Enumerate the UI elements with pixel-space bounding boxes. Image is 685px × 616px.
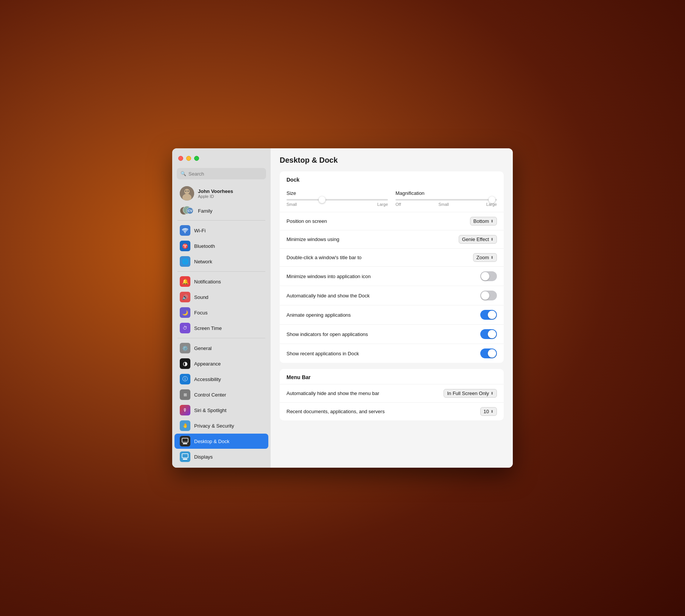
user-profile[interactable]: John Voorhees Apple ID — [174, 184, 268, 203]
show-recent-apps-toggle[interactable] — [480, 348, 497, 358]
size-slider-thumb[interactable] — [319, 196, 325, 203]
svg-rect-7 — [182, 454, 188, 458]
minimize-into-icon-label: Minimize windows into application icon — [286, 274, 371, 279]
user-subtitle: Apple ID — [198, 194, 233, 199]
menubar-section: Menu Bar Automatically hide and show the… — [280, 369, 504, 420]
auto-hide-menubar-dropdown[interactable]: In Full Screen Only ⬍ — [444, 389, 497, 398]
sidebar-item-privacy-security[interactable]: 🤚 Privacy & Security — [174, 418, 268, 433]
sidebar-item-family[interactable]: CV Family — [174, 204, 268, 218]
slider-section: Size Small Large Magnification — [280, 187, 504, 212]
size-slider-track[interactable] — [286, 199, 388, 201]
search-icon: 🔍 — [181, 171, 186, 176]
notifications-icon: 🔔 — [180, 276, 190, 287]
siri-spotlight-icon: 🎙 — [180, 405, 190, 415]
svg-point-3 — [185, 191, 187, 192]
recent-docs-value: 10 — [484, 409, 489, 414]
focus-icon: 🌙 — [180, 307, 190, 318]
sidebar-item-label-siri-spotlight: Siri & Spotlight — [194, 408, 226, 413]
accessibility-icon: ⓘ — [180, 374, 190, 384]
magnification-slider-group: Magnification Off Small Large — [395, 190, 497, 207]
sidebar-item-label-sound: Sound — [194, 294, 209, 300]
search-bar[interactable]: 🔍 — [177, 168, 266, 179]
svg-rect-5 — [182, 438, 188, 442]
sidebar-item-appearance[interactable]: ◑ Appearance — [174, 356, 268, 371]
minimize-windows-value: Genie Effect — [462, 236, 489, 242]
svg-rect-8 — [183, 459, 187, 460]
sidebar-item-label-bluetooth: Bluetooth — [194, 243, 215, 249]
sidebar-item-displays[interactable]: Displays — [174, 449, 268, 464]
close-button[interactable] — [178, 156, 183, 161]
sidebar-item-accessibility[interactable]: ⓘ Accessibility — [174, 372, 268, 387]
sidebar-item-label-control-center: Control Center — [194, 392, 226, 398]
magnification-slider-track[interactable] — [395, 199, 497, 201]
magnification-slider-thumb[interactable] — [489, 196, 495, 203]
show-indicators-toggle[interactable] — [480, 329, 497, 339]
auto-hide-menubar-chevron-icon: ⬍ — [490, 391, 494, 395]
sidebar-item-label-accessibility: Accessibility — [194, 376, 221, 382]
minimize-windows-dropdown[interactable]: Genie Effect ⬍ — [459, 235, 497, 244]
maximize-button[interactable] — [194, 156, 199, 161]
size-small-label: Small — [286, 202, 297, 207]
minimize-windows-row: Minimize windows using Genie Effect ⬍ — [280, 230, 504, 248]
magnification-slider-labels: Off Small Large — [395, 202, 497, 207]
animate-opening-row: Animate opening applications — [280, 305, 504, 324]
show-indicators-label: Show indicators for open applications — [286, 331, 368, 337]
auto-hide-menubar-control: In Full Screen Only ⬍ — [444, 389, 497, 398]
wifi-icon — [180, 225, 190, 236]
auto-hide-dock-toggle[interactable] — [480, 291, 497, 300]
double-click-label: Double-click a window's title bar to — [286, 255, 361, 260]
size-slider-labels: Small Large — [286, 202, 388, 207]
minimize-button[interactable] — [186, 156, 191, 161]
auto-hide-dock-label: Automatically hide and show the Dock — [286, 293, 370, 299]
double-click-chevron-icon: ⬍ — [490, 255, 494, 260]
sidebar-item-siri-spotlight[interactable]: 🎙 Siri & Spotlight — [174, 403, 268, 418]
sidebar-item-label-privacy-security: Privacy & Security — [194, 423, 234, 429]
sidebar-item-desktop-dock[interactable]: Desktop & Dock — [174, 434, 268, 449]
sidebar-item-notifications[interactable]: 🔔 Notifications — [174, 274, 268, 289]
recent-docs-stepper[interactable]: 10 ⬍ — [480, 407, 497, 416]
sidebar-item-focus[interactable]: 🌙 Focus — [174, 305, 268, 320]
position-on-screen-dropdown[interactable]: Bottom ⬍ — [470, 217, 497, 226]
sidebar-content: John Voorhees Apple ID CV Family — [172, 184, 271, 468]
animate-opening-label: Animate opening applications — [286, 312, 351, 318]
mag-off-label: Off — [395, 202, 401, 207]
double-click-control: Zoom ⬍ — [473, 253, 497, 262]
family-avatars: CV — [180, 206, 194, 216]
minimize-into-icon-toggle[interactable] — [480, 271, 497, 281]
double-click-row: Double-click a window's title bar to Zoo… — [280, 248, 504, 266]
search-input[interactable] — [188, 171, 262, 177]
sidebar: 🔍 — [172, 148, 271, 468]
avatar — [180, 186, 194, 201]
main-content: Desktop & Dock Dock Size Small Large — [271, 148, 513, 468]
sidebar-item-general[interactable]: ⚙️ General — [174, 341, 268, 356]
size-label: Size — [286, 190, 388, 196]
recent-docs-row: Recent documents, applications, and serv… — [280, 402, 504, 420]
sidebar-item-sound[interactable]: 🔊 Sound — [174, 289, 268, 305]
auto-hide-dock-row: Automatically hide and show the Dock — [280, 286, 504, 305]
mag-small-label: Small — [438, 202, 449, 207]
auto-hide-dock-knob — [481, 291, 489, 300]
show-recent-apps-row: Show recent applications in Dock — [280, 344, 504, 363]
show-recent-apps-label: Show recent applications in Dock — [286, 351, 359, 356]
sound-icon: 🔊 — [180, 292, 190, 302]
double-click-dropdown[interactable]: Zoom ⬍ — [473, 253, 497, 262]
show-indicators-knob — [488, 330, 496, 338]
sidebar-item-label-appearance: Appearance — [194, 361, 221, 367]
sidebar-item-label-general: General — [194, 345, 212, 351]
settings-window: 🔍 — [172, 148, 513, 468]
sidebar-item-screen-time[interactable]: ⏱ Screen Time — [174, 320, 268, 336]
divider-2 — [177, 271, 265, 272]
auto-hide-menubar-row: Automatically hide and show the menu bar… — [280, 384, 504, 402]
sidebar-item-label-screen-time: Screen Time — [194, 325, 222, 331]
sidebar-item-label-notifications: Notifications — [194, 279, 221, 285]
sidebar-item-label-wifi: Wi-Fi — [194, 228, 206, 233]
general-icon: ⚙️ — [180, 343, 190, 353]
animate-opening-toggle[interactable] — [480, 310, 497, 320]
sidebar-item-wifi[interactable]: Wi-Fi — [174, 223, 268, 238]
sidebar-item-bluetooth[interactable]: ♈ Bluetooth — [174, 238, 268, 254]
sidebar-item-network[interactable]: 🌐 Network — [174, 254, 268, 269]
sidebar-item-control-center[interactable]: ⊞ Control Center — [174, 387, 268, 402]
control-center-icon: ⊞ — [180, 389, 190, 400]
menubar-section-title: Menu Bar — [280, 369, 504, 384]
auto-hide-menubar-value: In Full Screen Only — [447, 390, 489, 396]
